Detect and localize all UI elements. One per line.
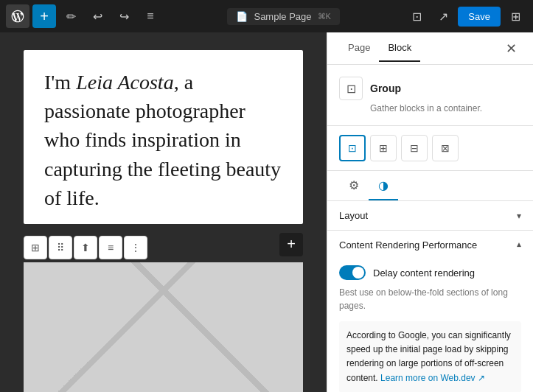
block-description: Gather blocks in a container. [370,103,521,113]
toolbar-right: ⊡ ↗ Save ⊞ [405,4,527,28]
toggle-row: Delay content rendering [339,265,521,280]
block-more-button[interactable]: ⋮ [124,236,147,259]
layout-accordion-header[interactable]: Layout ▾ [327,201,533,230]
style-group-option[interactable]: ⊡ [339,135,366,161]
canvas-area: I'm Leia Acosta, a passionate photograph… [0,32,327,392]
wp-logo-button[interactable] [6,4,29,28]
block-inline-toolbar: ⊞ ⠿ ⬆ ≡ ⋮ + [24,233,303,262]
content-block[interactable]: I'm Leia Acosta, a passionate photograph… [24,50,303,224]
content-rendering-label: Content Rendering Performance [339,239,477,251]
save-button[interactable]: Save [458,7,501,27]
layout-section: Layout ▾ [327,201,533,231]
delay-rendering-toggle[interactable] [339,265,366,280]
style-options-row: ⊡ ⊞ ⊟ ⊠ [327,126,533,171]
keyboard-shortcut: ⌘K [318,12,331,21]
block-type-icon: ⊡ [339,77,363,100]
undo-button[interactable]: ↩ [86,4,109,28]
layout-chevron-icon: ▾ [517,211,521,221]
style-grid-option[interactable]: ⊠ [432,135,459,161]
block-title: Group [370,83,401,94]
settings-sidebar: Page Block ✕ ⊡ Group Gather blocks in a … [327,32,533,392]
toolbar-left: + ✏ ↩ ↪ ≡ [6,4,162,28]
content-rendering-content: Delay content rendering Best use on belo… [327,259,533,392]
layout-label: Layout [339,210,368,221]
content-rendering-accordion-header[interactable]: Content Rendering Performance ▾ [327,231,533,259]
content-rendering-chevron-icon: ▾ [517,240,521,251]
view-button[interactable]: ⊡ [405,4,428,28]
block-align-button[interactable]: ≡ [99,236,122,259]
block-link-button[interactable]: ⊞ [24,236,47,259]
close-sidebar-button[interactable]: ✕ [501,38,521,59]
share-button[interactable]: ↗ [431,4,455,28]
page-indicator[interactable]: 📄 Sample Page ⌘K [227,8,339,25]
add-block-button[interactable]: + [32,4,56,28]
italic-name: Leia Acosta [76,71,173,94]
text-before-italic: I'm [44,71,76,94]
main-area: I'm Leia Acosta, a passionate photograph… [0,32,533,392]
page-name: Sample Page [254,11,311,22]
settings-panel-button[interactable]: ⊞ [504,4,527,28]
toggle-label: Delay content rendering [373,267,475,279]
settings-icon-tab[interactable]: ⚙ [339,171,369,200]
toolbar-center: 📄 Sample Page ⌘K [165,8,402,25]
icon-tab-bar: ⚙ ◑ [327,171,533,201]
styles-icon-tab[interactable]: ◑ [369,171,398,200]
main-toolbar: + ✏ ↩ ↪ ≡ 📄 Sample Page ⌘K ⊡ ↗ Save ⊞ [0,0,533,32]
sidebar-tabs: Page Block [339,35,420,62]
list-view-button[interactable]: ≡ [139,4,162,28]
block-move-button[interactable]: ⬆ [74,236,97,259]
block-info-header: ⊡ Group [339,77,521,100]
block-info-section: ⊡ Group Gather blocks in a container. [327,65,533,126]
learn-more-link[interactable]: Learn more on Web.dev ↗ [380,373,485,383]
editor-canvas: I'm Leia Acosta, a passionate photograph… [0,32,327,392]
style-stack-option[interactable]: ⊟ [401,135,428,161]
tools-button[interactable]: ✏ [59,4,83,28]
content-rendering-section: Content Rendering Performance ▾ Delay co… [327,231,533,392]
sidebar-tab-bar: Page Block ✕ [327,32,533,65]
add-below-button[interactable]: + [279,233,303,256]
tab-block[interactable]: Block [379,35,420,62]
redo-button[interactable]: ↪ [112,4,136,28]
style-row-option[interactable]: ⊞ [370,135,397,161]
info-text-box: According to Google, you can significant… [339,321,521,392]
content-paragraph: I'm Leia Acosta, a passionate photograph… [44,68,282,212]
block-drag-button[interactable]: ⠿ [49,236,72,259]
canvas-image-placeholder [24,262,303,392]
tab-page[interactable]: Page [339,35,379,62]
document-icon: 📄 [236,11,248,22]
wp-logo-icon [10,9,25,24]
toggle-helper-text: Best use on below-the-fold sections of l… [339,286,521,312]
